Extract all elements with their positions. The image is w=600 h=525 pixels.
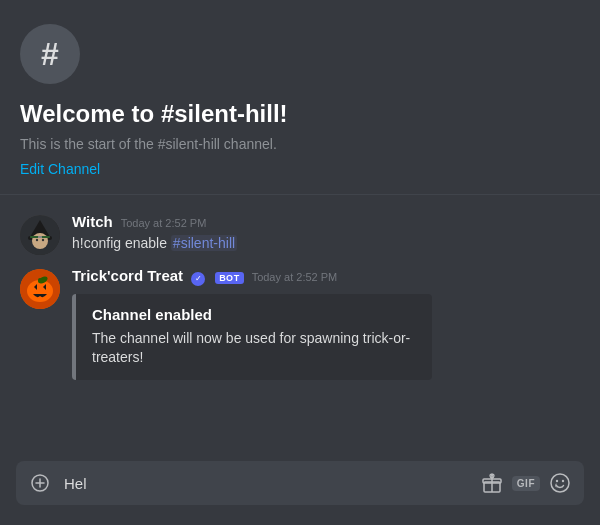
- svg-point-5: [42, 239, 44, 241]
- embed-title: Channel enabled: [92, 306, 416, 323]
- message-header: Witch Today at 2:52 PM: [72, 213, 584, 230]
- channel-header: # Welcome to #silent-hill! This is the s…: [0, 0, 600, 195]
- channel-welcome-title: Welcome to #silent-hill!: [20, 100, 584, 128]
- svg-point-20: [551, 474, 569, 492]
- embed-description: The channel will now be used for spawnin…: [92, 329, 416, 368]
- svg-rect-7: [38, 236, 42, 238]
- gift-button[interactable]: [476, 467, 508, 499]
- edit-channel-link[interactable]: Edit Channel: [20, 161, 100, 177]
- timestamp: Today at 2:52 PM: [252, 271, 338, 283]
- username: Trick'cord Treat: [72, 267, 183, 284]
- message-content: Witch Today at 2:52 PM h!config enable #…: [72, 213, 584, 255]
- avatar: [20, 215, 60, 255]
- messages-area: Witch Today at 2:52 PM h!config enable #…: [0, 195, 600, 461]
- svg-point-21: [556, 480, 558, 482]
- message-content: Trick'cord Treat ✓ BOT Today at 2:52 PM …: [72, 267, 584, 380]
- embed-card: Channel enabled The channel will now be …: [72, 294, 432, 380]
- gif-button[interactable]: GIF: [512, 476, 540, 491]
- channel-icon-large: #: [20, 24, 80, 84]
- channel-mention[interactable]: #silent-hill: [171, 235, 237, 251]
- avatar: [20, 269, 60, 309]
- message-input[interactable]: [56, 465, 476, 502]
- username: Witch: [72, 213, 113, 230]
- svg-point-3: [32, 233, 48, 249]
- message-header: Trick'cord Treat ✓ BOT Today at 2:52 PM: [72, 267, 584, 286]
- verified-badge: ✓: [191, 272, 205, 286]
- message-input-area: GIF: [0, 461, 600, 525]
- message-text: h!config enable #silent-hill: [72, 234, 584, 254]
- main-content: # Welcome to #silent-hill! This is the s…: [0, 0, 600, 525]
- svg-point-22: [562, 480, 564, 482]
- timestamp: Today at 2:52 PM: [121, 217, 207, 229]
- message-input-wrapper: GIF: [16, 461, 584, 505]
- add-button[interactable]: [24, 467, 56, 499]
- bot-badge: BOT: [215, 272, 244, 284]
- emoji-button[interactable]: [544, 467, 576, 499]
- message-group: Witch Today at 2:52 PM h!config enable #…: [0, 211, 600, 257]
- hash-symbol: #: [41, 36, 59, 73]
- svg-point-4: [36, 239, 38, 241]
- message-group: Trick'cord Treat ✓ BOT Today at 2:52 PM …: [0, 265, 600, 382]
- channel-welcome-desc: This is the start of the #silent-hill ch…: [20, 136, 584, 152]
- input-right-icons: GIF: [476, 467, 576, 499]
